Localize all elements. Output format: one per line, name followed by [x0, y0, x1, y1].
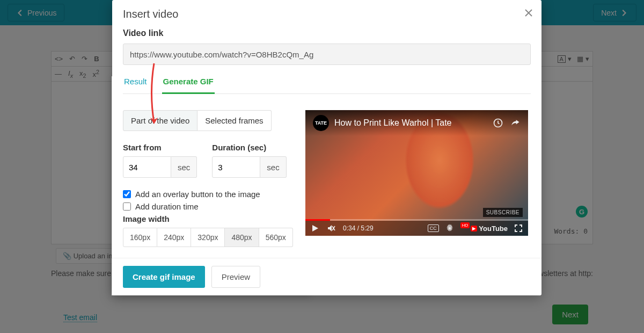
iw-320[interactable]: 320px: [191, 228, 225, 247]
video-link-input[interactable]: [123, 44, 531, 65]
youtube-logo[interactable]: ▶ YouTube: [471, 225, 508, 233]
iw-160[interactable]: 160px: [123, 228, 157, 247]
iw-480[interactable]: 480px: [225, 228, 259, 247]
insert-video-modal: Insert video Video link Result Generate …: [112, 0, 541, 295]
modal-title: Insert video: [112, 0, 541, 28]
start-unit: sec: [171, 156, 197, 178]
tab-result[interactable]: Result: [123, 77, 148, 93]
fullscreen-icon[interactable]: [514, 224, 523, 233]
iw-240[interactable]: 240px: [157, 228, 191, 247]
start-from-label: Start from: [123, 143, 197, 152]
video-time: 0:34 / 5:29: [343, 225, 374, 232]
create-gif-button[interactable]: Create gif image: [123, 266, 205, 288]
duration-field: Duration (sec) sec: [212, 143, 286, 178]
hd-badge: HD: [460, 222, 470, 228]
video-top-bar: TATE How to Print Like Warhol | Tate: [305, 110, 528, 136]
image-width-label: Image width: [123, 214, 289, 223]
play-icon[interactable]: [311, 224, 319, 233]
close-icon: [524, 9, 533, 17]
start-from-field: Start from sec: [123, 143, 197, 178]
video-controls: 0:34 / 5:29 CC HD ▶ YouTube: [305, 221, 528, 236]
youtube-play-icon: ▶: [471, 226, 477, 231]
tab-generate-gif[interactable]: Generate GIF: [162, 77, 215, 94]
channel-logo[interactable]: TATE: [313, 115, 329, 131]
settings-icon[interactable]: [445, 224, 454, 233]
segment-mode-toggle: Part of the video Selected frames: [123, 110, 289, 131]
iw-560[interactable]: 560px: [259, 228, 293, 247]
video-link-label: Video link: [123, 28, 531, 38]
video-title: How to Print Like Warhol | Tate: [334, 118, 451, 128]
overlay-checkbox-row[interactable]: Add an overlay button to the image: [123, 190, 289, 199]
seg-part-of-video[interactable]: Part of the video: [123, 110, 197, 131]
start-from-input[interactable]: [123, 156, 171, 178]
duration-checkbox-label: Add duration time: [135, 202, 199, 211]
overlay-checkbox[interactable]: [123, 190, 131, 198]
seg-selected-frames[interactable]: Selected frames: [197, 110, 271, 131]
share-icon[interactable]: [510, 118, 521, 128]
duration-input[interactable]: [212, 156, 260, 178]
duration-label: Duration (sec): [212, 143, 286, 152]
overlay-checkbox-label: Add an overlay button to the image: [135, 190, 260, 199]
image-width-toggle: 160px 240px 320px 480px 560px: [123, 228, 289, 247]
duration-checkbox[interactable]: [123, 202, 131, 211]
cc-icon[interactable]: CC: [428, 225, 439, 232]
modal-close-button[interactable]: [524, 8, 533, 20]
tab-bar: Result Generate GIF: [123, 77, 531, 94]
video-preview[interactable]: TATE How to Print Like Warhol | Tate SUB…: [305, 110, 528, 236]
gif-settings-panel: Part of the video Selected frames Start …: [123, 110, 289, 247]
duration-unit: sec: [260, 156, 286, 178]
watch-later-icon[interactable]: [493, 118, 503, 128]
mute-icon[interactable]: [327, 224, 335, 233]
subscribe-badge[interactable]: SUBSCRIBE: [483, 208, 523, 217]
modal-footer: Create gif image Preview: [112, 258, 541, 295]
duration-checkbox-row[interactable]: Add duration time: [123, 202, 289, 211]
preview-button[interactable]: Preview: [211, 266, 260, 288]
